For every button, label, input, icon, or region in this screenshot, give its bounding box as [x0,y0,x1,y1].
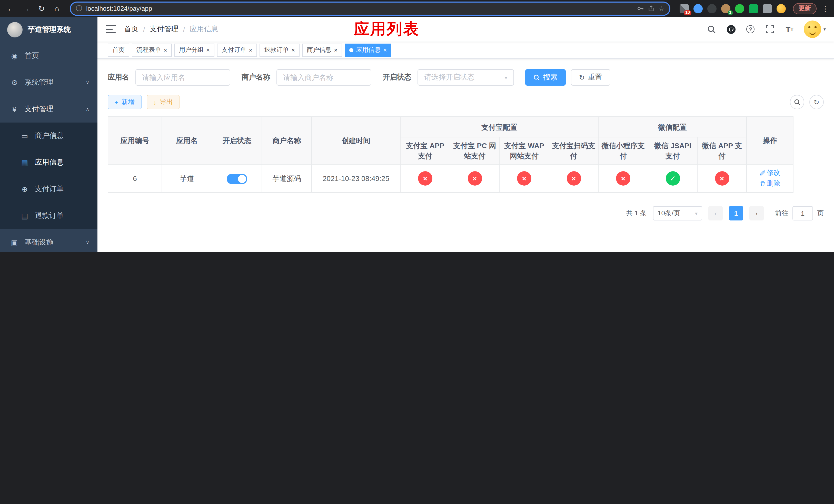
extension-avatar-icon[interactable]: 1 [721,4,730,13]
extension-puzzle-icon[interactable] [763,4,772,13]
cell-status [212,164,262,192]
sidebar-item-merchant-info[interactable]: ▭ 商户信息 [0,122,97,149]
extension-green-square-icon[interactable] [749,4,758,13]
breadcrumb-payment[interactable]: 支付管理 [150,25,178,34]
chrome-update-button[interactable]: 更新 [793,3,816,14]
close-icon[interactable]: × [334,47,337,53]
chevron-down-icon: ∨ [86,80,89,85]
export-button[interactable]: ↓ 导出 [147,95,179,109]
tab-label: 退款订单 [264,46,289,54]
share-icon[interactable] [648,5,655,12]
tab-process-form[interactable]: 流程表单 × [132,43,172,56]
wx-app-status-icon: × [715,171,729,186]
chrome-menu-icon[interactable]: ⋮ [821,4,830,13]
search-icon[interactable] [706,24,717,35]
tab-refund-orders[interactable]: 退款订单 × [260,43,300,56]
back-icon[interactable]: ← [4,2,18,15]
prev-page-button[interactable]: ‹ [708,206,723,221]
sidebar-item-refund-orders[interactable]: ▤ 退款订单 [0,203,97,229]
col-wx-app: 微信 APP 支付 [697,137,747,164]
url-text[interactable]: localhost:1024/pay/app [86,5,633,12]
group-wechat-config: 微信配置 [598,117,747,137]
pagination: 共 1 条 10条/页 ▾ ‹ 1 › 前往 页 [108,206,824,221]
bookmark-star-icon[interactable]: ☆ [659,5,664,12]
sidebar-item-pay-orders[interactable]: ⊕ 支付订单 [0,176,97,203]
page-number-1[interactable]: 1 [729,206,743,221]
next-page-button[interactable]: › [749,206,764,221]
extension-wechat-icon[interactable] [735,4,744,13]
fullscreen-icon[interactable] [765,24,775,35]
tab-app-info[interactable]: 应用信息 × [345,43,391,56]
add-button[interactable]: + 新增 [108,95,141,109]
home-icon[interactable]: ⌂ [50,2,64,15]
goto-page-input[interactable] [792,206,813,221]
tab-user-group[interactable]: 用户分组 × [174,43,214,56]
site-info-icon[interactable]: ⓘ [76,4,82,13]
forward-icon[interactable]: → [20,2,33,15]
col-alipay-app: 支付宝 APP 支付 [400,137,450,164]
close-icon[interactable]: × [249,47,253,53]
sidebar-item-home[interactable]: ◉ 首页 [0,43,97,69]
search-button[interactable]: 搜索 [525,69,566,86]
sidebar-item-app-info[interactable]: ▦ 应用信息 [0,149,97,176]
infra-icon: ▣ [10,238,19,247]
tab-pay-orders[interactable]: 支付订单 × [217,43,257,56]
chevron-down-icon: ▾ [824,27,826,32]
breadcrumb: 首页 / 支付管理 / 应用信息 [124,25,219,34]
merchant-name-label: 商户名称 [242,73,270,82]
breadcrumb-separator: / [143,25,145,33]
extension-blue-icon[interactable] [694,4,703,13]
help-icon[interactable]: ? [746,24,756,35]
close-icon[interactable]: × [206,47,210,53]
close-icon[interactable]: × [291,47,295,53]
col-wx-lite: 微信小程序支付 [598,137,648,164]
sidebar-item-label: 支付订单 [35,185,64,194]
extension-dark-icon[interactable] [707,4,717,13]
toggle-search-button[interactable] [790,95,804,109]
status-select[interactable]: 请选择开启状态 ▾ [418,69,514,86]
sidebar-item-label: 支付管理 [25,105,53,114]
edit-link[interactable]: 修改 [760,168,780,178]
refresh-table-button[interactable]: ↻ [809,95,824,109]
grid-icon: ▦ [21,158,29,167]
cell-created: 2021-10-23 08:49:25 [312,164,400,192]
app-name-label: 应用名 [108,73,129,82]
col-app-id: 应用编号 [108,117,162,164]
sidebar: 芋道管理系统 ◉ 首页 ⚙ 系统管理 ∨ ¥ 支付管理 ∧ ▭ 商户信息 [0,17,97,252]
cell-app-name: 芋道 [162,164,212,192]
logo[interactable]: 芋道管理系统 [0,17,97,43]
merchant-name-input[interactable] [277,69,371,86]
password-key-icon[interactable] [637,5,644,12]
delete-link[interactable]: 删除 [760,178,780,189]
close-icon[interactable]: × [163,47,167,53]
sidebar-item-infrastructure[interactable]: ▣ 基础设施 ∨ [0,229,97,252]
tab-label: 应用信息 [356,46,380,54]
status-select-placeholder: 请选择开启状态 [424,73,475,82]
alipay-qr-status-icon: × [567,171,581,186]
tab-merchant-info[interactable]: 商户信息 × [302,43,342,56]
refresh-icon: ↻ [579,74,585,81]
user-menu[interactable]: ▾ [804,21,826,38]
collapse-sidebar-icon[interactable] [106,25,116,33]
address-bar[interactable]: ⓘ localhost:1024/pay/app ☆ [71,2,670,15]
breadcrumb-home[interactable]: 首页 [124,25,138,34]
page-size-select[interactable]: 10条/页 ▾ [653,206,702,221]
sidebar-item-system[interactable]: ⚙ 系统管理 ∨ [0,69,97,96]
status-toggle[interactable] [227,174,247,184]
github-icon[interactable] [726,24,736,35]
col-merchant: 商户名称 [262,117,312,164]
reset-button[interactable]: ↻ 重置 [571,69,610,86]
close-icon[interactable]: × [383,47,387,53]
sidebar-item-payment[interactable]: ¥ 支付管理 ∧ [0,96,97,122]
font-size-icon[interactable]: TT [785,24,795,35]
apps-table: 应用编号 应用名 开启状态 商户名称 创建时间 支付宝配置 微信配置 操作 支付… [108,116,793,193]
extension-blocks-icon[interactable]: 10 [680,4,689,13]
tab-home[interactable]: 首页 [108,43,129,56]
reload-icon[interactable]: ↻ [35,2,48,15]
group-alipay-config: 支付宝配置 [400,117,598,137]
app-name-input[interactable] [135,69,230,86]
doc-icon: ▤ [21,212,29,220]
gear-icon: ⚙ [10,78,19,87]
card-icon: ▭ [21,132,29,140]
profile-avatar-icon[interactable] [776,4,786,13]
